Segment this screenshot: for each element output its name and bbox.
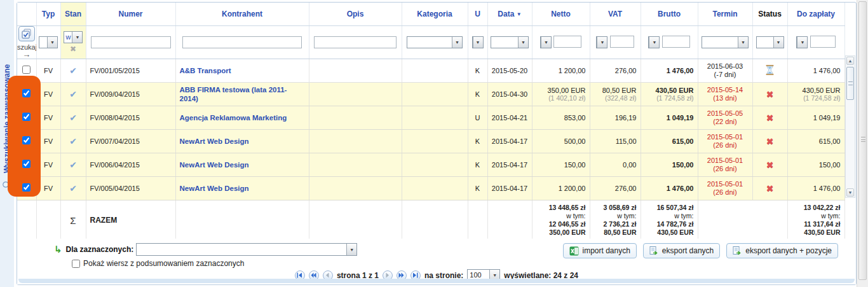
cell-u: K [468,153,487,176]
column-stan[interactable]: Stan [60,3,86,25]
page-scrollbar[interactable] [857,0,868,287]
dropdown-arrow-icon[interactable]: ▼ [738,37,748,48]
show-summary-checkbox[interactable] [72,260,80,268]
kontrahent-link[interactable]: NewArt Web Design [180,137,304,146]
row-checkbox-4[interactable] [22,136,31,144]
dropdown-arrow-icon[interactable]: ▼ [649,37,659,48]
column-kontrahent[interactable]: Kontrahent [175,3,309,25]
dropdown-arrow-icon[interactable]: ▼ [473,37,483,48]
cross-icon: ✖ [766,113,774,123]
row-checkbox-6[interactable] [22,183,31,192]
scroll-up-icon[interactable]: ▲ [846,57,854,65]
vat-filter-select[interactable]: ▼ [596,36,607,48]
column-data[interactable]: Data ▼ [487,3,532,25]
select-all-icon [22,29,32,39]
page-scrollbar-thumb[interactable] [858,1,867,280]
filter-row: szukaj → ▼ w▼ ✖ ▼ ▼ ▼ ▼ ▼ ▼ ▼ ▼ ▼ [17,25,844,59]
kontrahent-link[interactable]: NewArt Web Design [180,184,304,193]
netto-filter-select[interactable]: ▼ [540,36,552,48]
column-u[interactable]: U [468,3,487,25]
kategoria-filter-select[interactable]: ▼ [407,36,463,48]
clear-filter-icon[interactable]: ✖ [61,45,86,53]
do-zaplaty-filter-input[interactable] [810,36,836,48]
cell-opis [309,106,402,129]
netto-filter-input[interactable] [553,36,581,48]
dropdown-arrow-icon[interactable]: ▼ [346,244,356,255]
for-selected-select[interactable]: ▼ [136,243,357,256]
cell-data: 2015-04-17 [487,153,532,176]
data-filter-select[interactable]: ▼ [491,36,529,48]
cell-vat: 0,00 [590,161,637,169]
column-brutto[interactable]: Brutto [641,3,698,25]
cell-u: K [468,59,487,82]
u-filter-select[interactable]: ▼ [472,36,484,48]
cell-brutto: 430,50 EUR [641,87,694,94]
cell-kategoria [402,82,468,106]
cross-icon: ✖ [766,89,774,99]
cell-netto: 500,00 [532,137,586,145]
row-checkbox-1[interactable] [22,66,31,74]
for-selected-label: Dla zaznaczonych: [66,245,134,254]
scrollbar-thumb[interactable] [846,67,854,100]
row-checkbox-2[interactable] [22,89,31,97]
dropdown-arrow-icon[interactable]: ▼ [452,37,462,48]
cell-opis [309,59,402,82]
column-do-zaplaty[interactable]: Do zapłaty [787,3,844,25]
table-row: FV ✔ FV/009/04/2015 ABB FIRMA testowa (l… [17,82,844,106]
select-all-button[interactable] [18,26,35,41]
brutto-filter-input[interactable] [662,36,690,48]
cell-do-zaplaty: 615,00 [788,137,841,145]
scroll-down-icon[interactable]: ▼ [846,188,854,197]
filter-opis-cell [309,25,402,59]
dropdown-arrow-icon[interactable]: ▼ [518,37,528,48]
import-data-button[interactable]: import danych [563,243,636,258]
cell-brutto: 1 476,00 [641,67,694,74]
table-scrollbar[interactable]: ▲ ▼ [845,55,855,198]
cell-kategoria [402,176,468,200]
vat-filter-input[interactable] [610,36,634,48]
kontrahent-link[interactable]: NewArt Web Design [180,160,304,169]
row-checkbox-3[interactable] [22,113,31,121]
column-typ[interactable]: Typ [36,3,60,25]
dropdown-arrow-icon[interactable]: ▼ [797,37,807,48]
brutto-filter-select[interactable]: ▼ [648,36,660,48]
row-checkbox-5[interactable] [22,160,31,168]
numer-filter-input[interactable] [91,36,171,48]
column-numer[interactable]: Numer [86,3,175,25]
dropdown-arrow-icon[interactable]: ▼ [541,37,551,48]
check-icon: ✔ [69,66,77,76]
stan-filter-select[interactable]: w▼ [64,31,83,43]
hourglass-icon [766,69,774,76]
column-opis[interactable]: Opis [309,3,402,25]
check-icon: ✔ [69,183,77,193]
dropdown-arrow-icon[interactable]: ▼ [72,32,82,43]
kontrahent-filter-input[interactable] [182,36,302,48]
column-netto[interactable]: Netto [532,3,590,25]
cell-data: 2015-04-17 [487,129,532,153]
do-zaplaty-filter-select[interactable]: ▼ [796,36,808,48]
dropdown-arrow-icon[interactable]: ▼ [597,37,607,48]
status-filter-select[interactable]: ▼ [756,36,784,48]
filter-typ-cell: ▼ [36,25,60,59]
cell-data: 2015-04-30 [487,82,532,106]
column-termin[interactable]: Termin [698,3,752,25]
dropdown-arrow-icon[interactable]: ▼ [47,37,57,48]
export-data-positions-button[interactable]: eksport danych + pozycje [726,243,838,258]
dropdown-arrow-icon[interactable]: ▼ [773,37,783,48]
termin-filter-select[interactable]: ▼ [702,36,749,48]
column-kategoria[interactable]: Kategoria [402,3,468,25]
filter-do-zaplaty-cell: ▼ [787,25,844,59]
return-arrow-icon: ↳ [54,244,62,255]
opis-filter-input[interactable] [314,36,397,48]
cell-brutto: 1 049,19 [641,114,694,122]
table-footer: ↳ Dla zaznaczonych: ▼ Pokaż wiersz z pod… [17,239,856,284]
kontrahent-link[interactable]: ABB FIRMA testowa (lata 2011-2014) [180,85,304,103]
typ-filter-select[interactable]: ▼ [39,36,58,48]
szukaj-cell: szukaj → [17,25,36,59]
kontrahent-link[interactable]: Agencja Reklamowa Marketing [180,113,304,122]
kontrahent-link[interactable]: A&B Transport [180,66,304,75]
szukaj-arrow-icon[interactable]: → [22,50,31,59]
cell-termin: 2015-05-14(13 dni) [698,82,752,106]
export-data-button[interactable]: eksport danych [643,243,720,258]
column-vat[interactable]: VAT [590,3,641,25]
